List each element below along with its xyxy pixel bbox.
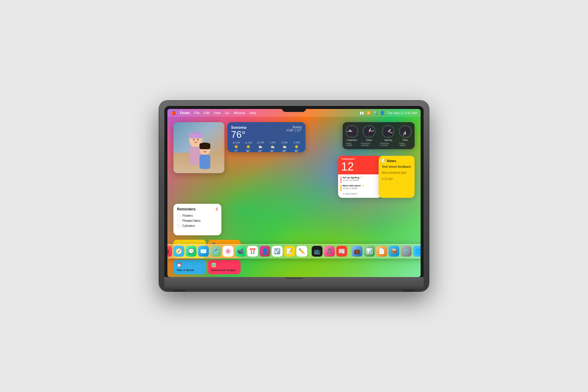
apple-menu[interactable]: 🍎: [171, 111, 176, 115]
laptop-outer: 🍎 Finder File Edit View Go Window Help ▮…: [159, 101, 429, 291]
foot-left: [173, 290, 185, 291]
wallpaper: [167, 109, 421, 277]
menu-help[interactable]: Help: [250, 111, 256, 115]
datetime-display: Tue Sep 12 9:41 AM: [387, 111, 417, 115]
trackpad-notch: [285, 278, 303, 279]
laptop-bottom: [164, 277, 424, 286]
menu-edit[interactable]: Edit: [204, 111, 209, 115]
menu-left: 🍎 Finder File Edit View Go Window Help: [171, 111, 256, 115]
notch: [282, 106, 306, 112]
menu-file[interactable]: File: [194, 111, 200, 115]
laptop-feet: [164, 290, 424, 291]
battery-icon: ▮▮: [360, 111, 364, 115]
menu-window[interactable]: Window: [234, 111, 245, 115]
menu-finder[interactable]: Finder: [180, 111, 190, 115]
wifi-icon: 📶: [366, 111, 371, 115]
search-icon[interactable]: 🔍: [373, 111, 378, 115]
screen-bezel: 🍎 Finder File Edit View Go Window Help ▮…: [164, 106, 424, 277]
menu-view[interactable]: View: [214, 111, 221, 115]
screen: 🍎 Finder File Edit View Go Window Help ▮…: [167, 109, 421, 277]
user-icon: 👤: [380, 111, 385, 115]
menu-go[interactable]: Go: [225, 111, 230, 115]
foot-right: [403, 290, 415, 291]
menu-right: ▮▮ 📶 🔍 👤 Tue Sep 12 9:41 AM: [360, 111, 417, 115]
